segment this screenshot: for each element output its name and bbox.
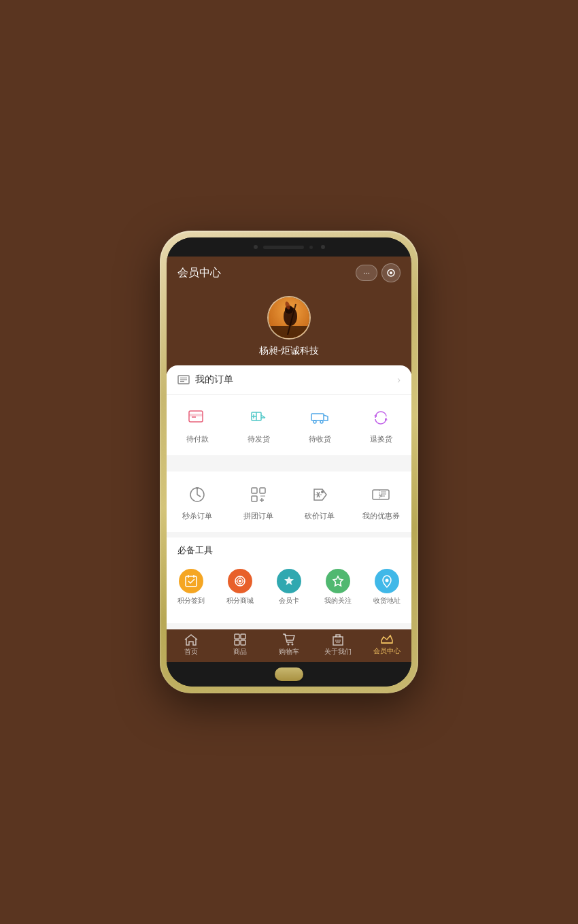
member-card-label: 会员卡 <box>279 596 299 606</box>
nav-cart-label: 购物车 <box>279 647 299 657</box>
svg-point-1 <box>390 271 392 274</box>
nav-item-cart[interactable]: 购物车 <box>265 633 313 657</box>
svg-rect-61 <box>241 634 245 639</box>
return-icon <box>369 406 393 430</box>
pending-receive-icon <box>307 406 332 430</box>
group-buy-icon <box>246 482 271 507</box>
svg-rect-32 <box>260 488 265 493</box>
phone-bottom-bar <box>167 662 411 687</box>
orders-title-icon <box>177 375 190 384</box>
building-icon <box>332 633 344 646</box>
orders-grid: 待付款 <box>167 395 411 455</box>
more-button[interactable]: ··· <box>356 265 377 281</box>
phone-top-bar <box>167 237 411 257</box>
tool-item-group-buy[interactable]: 拼团订单 <box>228 477 289 527</box>
home-icon <box>184 633 198 646</box>
svg-rect-33 <box>252 496 257 501</box>
pending-ship-label: 待发货 <box>248 434 270 444</box>
address-icon <box>375 569 399 593</box>
crown-icon <box>380 634 394 645</box>
pending-payment-icon <box>185 406 209 430</box>
front-camera-icon <box>321 245 325 249</box>
tool-item-coupons[interactable]: ¥ 我的优惠券 <box>350 477 411 527</box>
essential-tools-grid: 积分签到 <box>167 559 411 615</box>
nav-member-center-label: 会员中心 <box>373 646 401 656</box>
nav-item-products[interactable]: 商品 <box>216 633 265 657</box>
app-screen: 会员中心 ··· <box>167 257 411 662</box>
avatar[interactable] <box>267 296 311 340</box>
bargain-icon <box>307 482 332 507</box>
following-icon <box>326 569 350 593</box>
tool-item-flash-sale[interactable]: 秒杀订单 <box>167 477 228 527</box>
nav-about-label: 关于我们 <box>324 647 352 657</box>
essential-item-points-mall[interactable]: 积分商城 <box>216 565 265 610</box>
divider-1 <box>167 461 411 466</box>
pending-receive-label: 待收货 <box>309 434 331 444</box>
order-item-return[interactable]: 退换货 <box>350 403 411 447</box>
following-label: 我的关注 <box>324 596 352 606</box>
address-label: 收货地址 <box>373 596 401 606</box>
essential-item-checkin[interactable]: 积分签到 <box>167 565 216 610</box>
orders-header[interactable]: 我的订单 › <box>167 365 411 395</box>
nav-item-home[interactable]: 首页 <box>167 633 216 657</box>
header-title: 会员中心 <box>177 266 221 280</box>
tool-item-bargain[interactable]: 砍价订单 <box>289 477 350 527</box>
orders-title-text: 我的订单 <box>195 374 233 386</box>
username-label: 杨昶-炬诚科技 <box>259 345 320 357</box>
sensor-dot <box>309 246 313 249</box>
svg-point-65 <box>292 644 294 646</box>
svg-line-28 <box>197 495 201 497</box>
svg-rect-31 <box>252 488 257 493</box>
nav-item-about[interactable]: 关于我们 <box>313 633 362 657</box>
grid-icon <box>234 633 246 646</box>
svg-point-64 <box>288 644 290 646</box>
orders-title: 我的订单 <box>177 374 233 386</box>
coupons-icon: ¥ <box>369 482 393 507</box>
order-item-pending-ship[interactable]: 待发货 <box>228 403 289 447</box>
svg-point-22 <box>313 420 316 423</box>
svg-marker-57 <box>284 576 294 585</box>
points-mall-icon <box>228 569 252 593</box>
essential-tools-title: 必备工具 <box>167 532 411 559</box>
nav-home-label: 首页 <box>184 647 198 657</box>
order-item-pending-receive[interactable]: 待收货 <box>289 403 350 447</box>
group-buy-label: 拼团订单 <box>243 511 273 521</box>
more-dots-label: ··· <box>363 268 370 278</box>
home-button[interactable] <box>275 667 303 681</box>
tools-grid: 秒杀订单 <box>167 466 411 532</box>
speaker-bar <box>263 246 304 249</box>
pending-payment-label: 待付款 <box>186 434 209 444</box>
orders-section: 我的订单 › <box>167 365 411 455</box>
checkin-icon <box>179 569 203 593</box>
pending-ship-icon <box>246 406 271 430</box>
essential-item-following[interactable]: 我的关注 <box>313 565 362 610</box>
coupons-label: 我的优惠券 <box>362 511 400 521</box>
profile-section: 杨昶-炬诚科技 <box>167 288 411 374</box>
checkin-label: 积分签到 <box>177 596 205 606</box>
order-item-pending-payment[interactable]: 待付款 <box>167 403 228 447</box>
header-icons: ··· <box>356 263 401 282</box>
svg-point-23 <box>320 420 323 423</box>
svg-rect-60 <box>235 634 239 639</box>
phone-screen-container: 会员中心 ··· <box>167 237 411 687</box>
cart-icon <box>282 633 296 646</box>
avatar-image <box>269 297 309 338</box>
camera-icon <box>254 245 258 249</box>
essential-item-address[interactable]: 收货地址 <box>362 565 411 610</box>
bargain-label: 砍价订单 <box>305 511 335 521</box>
svg-point-59 <box>386 579 389 582</box>
flash-sale-label: 秒杀订单 <box>182 511 212 521</box>
svg-rect-63 <box>241 640 245 645</box>
nav-item-member-center[interactable]: 会员中心 <box>362 634 411 656</box>
svg-rect-13 <box>189 414 203 416</box>
scan-button[interactable] <box>381 263 401 282</box>
points-mall-label: 积分商城 <box>226 596 254 606</box>
content-area: 我的订单 › <box>167 365 411 629</box>
svg-rect-62 <box>235 640 239 645</box>
svg-marker-58 <box>333 576 343 586</box>
bottom-navigation: 首页 商品 <box>167 629 411 662</box>
nav-products-label: 商品 <box>233 647 247 657</box>
essential-item-member-card[interactable]: 会员卡 <box>265 565 313 610</box>
app-header: 会员中心 ··· <box>167 257 411 288</box>
svg-rect-47 <box>186 576 197 587</box>
